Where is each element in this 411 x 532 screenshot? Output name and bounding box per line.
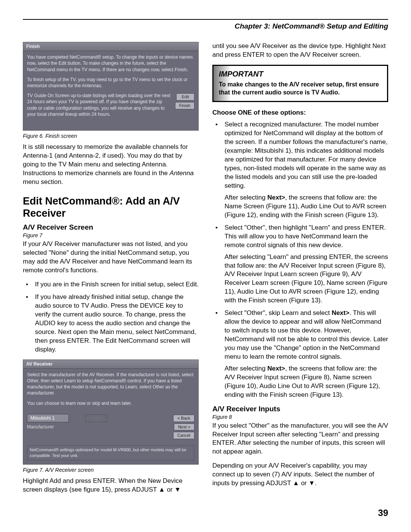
choose-one-line: Choose ONE of these options: [212, 109, 388, 117]
fig6-titlebar: Finish [23, 42, 198, 51]
left-p1-b: Antenna [170, 169, 194, 177]
right-column: until you see A/V Receiver as the device… [212, 42, 388, 494]
fig7-manufacturer-label: Manufacturer [27, 424, 149, 430]
figure-7-screen: AV Receiver Select the manufacturer of t… [23, 359, 199, 465]
important-title: IMPORTANT [219, 70, 382, 78]
left-paragraph-3: Highlight Add and press ENTER. When the … [23, 477, 199, 494]
rb2-after: After selecting "Learn" and pressing ENT… [225, 253, 388, 305]
right-bullet-list: Select a recognized manufacturer. The mo… [212, 120, 388, 399]
fig7-caption: Figure 7. A/V Receiver screen [23, 467, 199, 473]
fig6-edit-button[interactable]: Edit [176, 93, 194, 101]
fig7-p1: Select the manufacturer of the AV Receiv… [27, 372, 194, 396]
fig7-body: Select the manufacturer of the AV Receiv… [23, 369, 198, 464]
right-bullet-1: Select a recognized manufacturer. The mo… [212, 120, 388, 219]
header-rule [23, 19, 388, 20]
fig7-optimized-note: NetCommand® settings optimized for model… [27, 445, 194, 460]
right-bullet-2: Select "Other", then highlight "Learn" a… [212, 224, 388, 305]
fig7-manufacturer-value[interactable]: Mitsubishi 1 [27, 414, 69, 422]
left-p1-a: It is still necessary to memorize the av… [23, 143, 188, 177]
left-p1-c: menu section. [23, 178, 63, 185]
section-heading-edit-netcommand: Edit NetCommand®: Add an A/V Receiver [23, 195, 199, 220]
left-bullet-1: If you are in the Finish screen for init… [23, 280, 199, 289]
fig7-back-button[interactable]: < Back [173, 415, 194, 422]
rb1-main: Select a recognized manufacturer. The mo… [225, 121, 387, 189]
subheading-av-receiver-screen: A/V Receiver Screen [23, 223, 199, 232]
fig6-p2: To finish setup of the TV, you may need … [27, 77, 194, 89]
figure-7-ref: Figure 7 [23, 232, 199, 238]
left-column: Finish You have completed NetCommand® se… [23, 42, 199, 494]
rb3-c: . This will allow the device to appear a… [225, 309, 388, 360]
important-box: IMPORTANT To make changes to the A/V rec… [212, 65, 388, 102]
fig6-finish-button[interactable]: Finish [175, 102, 194, 109]
rb3-a: Select "Other", skip Learn and select [225, 309, 331, 316]
right-bullet-3: Select "Other", skip Learn and select Ne… [212, 309, 388, 399]
fig7-cancel-button[interactable]: Cancel [173, 432, 194, 439]
fig6-p3: TV Guide On Screen up-to-date listings w… [27, 93, 172, 117]
left-paragraph-2: If your A/V Receiver manufacturer was no… [23, 240, 199, 275]
fig6-body: You have completed NetCommand® setup. To… [23, 51, 198, 130]
chapter-title: Chapter 3: NetCommand® Setup and Editing [23, 22, 388, 30]
figure-8-ref: Figure 8 [212, 414, 388, 420]
fig7-p2: You can choose to learn now or skip and … [27, 400, 194, 406]
right-top-paragraph: until you see A/V Receiver as the device… [212, 42, 388, 59]
figure-6-screen: Finish You have completed NetCommand® se… [23, 42, 199, 131]
rb3-after-a: After selecting [225, 365, 267, 372]
fig7-learn-button[interactable]: Learn [85, 414, 107, 422]
fig7-titlebar: AV Receiver [23, 360, 198, 369]
rb2-main: Select "Other", then highlight "Learn" a… [225, 224, 386, 249]
content-columns: Finish You have completed NetCommand® se… [23, 42, 388, 494]
left-paragraph-1: It is still necessary to memorize the av… [23, 143, 199, 187]
subheading-av-receiver-inputs: A/V Receiver Inputs [212, 405, 388, 413]
left-bullet-list: If you are in the Finish screen for init… [23, 280, 199, 354]
right-paragraph-3: Depending on your A/V Receiver's capabil… [212, 462, 388, 488]
rb3-after-b: Next> [267, 365, 285, 372]
important-body: To make changes to the A/V receiver setu… [219, 81, 382, 97]
rb1-after-a: After selecting [225, 194, 267, 201]
left-bullet-2: If you have already finished initial set… [23, 293, 199, 354]
fig6-p1: You have completed NetCommand® setup. To… [27, 54, 194, 73]
page-number: 39 [378, 508, 388, 518]
fig6-caption: Figure 6. Finish screen [23, 133, 199, 139]
fig7-next-button[interactable]: Next > [174, 423, 194, 431]
right-paragraph-2: If you select "Other" as the manufacture… [212, 422, 388, 457]
rb3-b: Next> [331, 309, 349, 316]
rb1-after-b: Next> [267, 194, 285, 201]
